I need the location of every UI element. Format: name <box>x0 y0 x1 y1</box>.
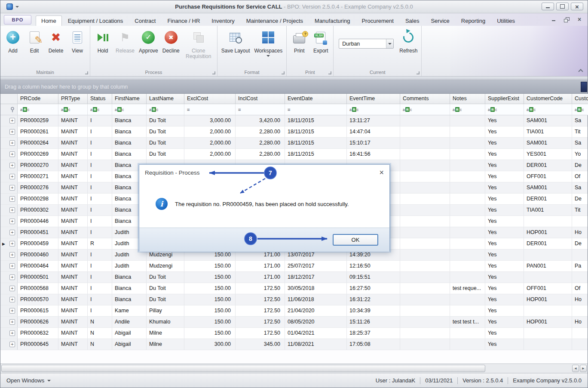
expand-row-icon[interactable]: + <box>9 185 15 191</box>
table-row-PR0000626[interactable]: +PR0000626MAINTNAndileKhumalo150.00172.5… <box>0 317 588 328</box>
cell-customername[interactable]: De <box>572 194 588 204</box>
cell-customercode[interactable]: SAM001 <box>524 115 572 126</box>
tab-procurement[interactable]: Procurement <box>356 15 399 26</box>
release-button[interactable]: Release <box>113 26 137 54</box>
cell-prtype[interactable]: MAINT <box>58 149 88 160</box>
cell-firstname[interactable]: Bianca <box>112 272 147 283</box>
cell-comments[interactable] <box>400 305 450 316</box>
filter-cell-customername[interactable]: aBc <box>572 104 588 115</box>
cell-supplierexist[interactable]: Yes <box>485 317 524 327</box>
cell-status[interactable]: I <box>88 160 112 171</box>
cell-prcode[interactable]: PR0000570 <box>18 294 58 305</box>
cell-comments[interactable] <box>400 160 450 171</box>
cell-notes[interactable] <box>450 261 485 271</box>
cell-inclcost[interactable]: 172.50 <box>236 317 285 327</box>
cell-exclcost[interactable]: 150.00 <box>184 294 236 305</box>
cell-supplierexist[interactable]: Yes <box>485 272 524 283</box>
cell-comments[interactable] <box>400 138 450 148</box>
cell-eventdate[interactable]: 01/04/2021 <box>285 328 347 339</box>
cell-firstname[interactable]: Bianca <box>112 294 147 305</box>
column-header-notes[interactable]: Notes <box>450 94 485 104</box>
cell-customercode[interactable] <box>524 339 572 350</box>
cell-customercode[interactable] <box>524 272 572 283</box>
cell-inclcost[interactable]: 172.50 <box>236 294 285 305</box>
filter-cell-inclcost[interactable]: = <box>236 104 285 115</box>
expand-row-icon[interactable]: + <box>9 286 15 291</box>
cell-status[interactable]: I <box>88 138 112 148</box>
cell-comments[interactable] <box>400 272 450 283</box>
dialog-close-icon[interactable]: × <box>379 169 384 176</box>
cell-comments[interactable] <box>400 317 450 327</box>
cell-prcode[interactable]: PR0000302 <box>18 205 58 216</box>
expand-row-icon[interactable]: + <box>9 174 15 179</box>
cell-notes[interactable] <box>450 216 485 227</box>
cell-eventtime[interactable]: 14:47:04 <box>347 126 400 137</box>
expand-row-icon[interactable]: + <box>9 207 15 213</box>
cell-prtype[interactable]: MAINT <box>58 283 88 294</box>
tab-utilities[interactable]: Utilities <box>491 15 521 26</box>
column-header-comments[interactable]: Comments <box>400 94 450 104</box>
cell-inclcost[interactable]: 2,280.00 <box>236 126 285 137</box>
filter-cell-status[interactable]: aBc <box>88 104 112 115</box>
cell-prcode[interactable]: PR0000568 <box>18 283 58 294</box>
view-button[interactable]: View <box>67 26 88 54</box>
cell-prcode[interactable]: PR0000276 <box>18 182 58 193</box>
cell-supplierexist[interactable]: Yes <box>485 227 524 238</box>
column-header-customercode[interactable]: CustomerCode <box>524 94 572 104</box>
cell-exclcost[interactable]: 2,000.00 <box>184 149 236 160</box>
cell-notes[interactable]: test test t... <box>450 317 485 327</box>
cell-notes[interactable] <box>450 160 485 171</box>
cell-exclcost[interactable]: 150.00 <box>184 272 236 283</box>
cell-customername[interactable] <box>572 272 588 283</box>
cell-lastname[interactable]: Mudzengi <box>147 261 184 271</box>
cell-comments[interactable] <box>400 194 450 204</box>
expand-row-icon[interactable]: + <box>9 151 15 157</box>
cell-supplierexist[interactable]: Yes <box>485 115 524 126</box>
cell-prcode[interactable]: PR0000645 <box>18 339 58 350</box>
filter-cell-customercode[interactable]: aBc <box>524 104 572 115</box>
cell-eventtime[interactable]: 15:10:17 <box>347 138 400 148</box>
expand-row-icon[interactable]: + <box>9 196 15 202</box>
cell-notes[interactable] <box>450 238 485 249</box>
cell-customercode[interactable]: OFF001 <box>524 171 572 182</box>
column-header-eventdate[interactable]: EventDate <box>285 94 347 104</box>
tab-finance-hr[interactable]: Finance / HR <box>162 15 205 26</box>
cell-prtype[interactable]: MAINT <box>58 294 88 305</box>
cell-status[interactable]: I <box>88 227 112 238</box>
cell-status[interactable]: N <box>88 339 112 350</box>
cell-supplierexist[interactable]: Yes <box>485 249 524 260</box>
cell-prtype[interactable]: MAINT <box>58 160 88 171</box>
table-row-PR0000464[interactable]: +PR0000464MAINTIJudithMudzengi150.00171.… <box>0 261 588 272</box>
cell-prtype[interactable]: MAINT <box>58 205 88 216</box>
expand-row-icon[interactable]: + <box>9 274 15 280</box>
cell-prcode[interactable]: PR0000451 <box>18 227 58 238</box>
cell-eventdate[interactable]: 11/08/2021 <box>285 339 347 350</box>
cell-comments[interactable] <box>400 249 450 260</box>
tab-manufacturing[interactable]: Manufacturing <box>309 15 355 26</box>
cell-customername[interactable]: Sa <box>572 138 588 148</box>
cell-eventtime[interactable]: 10:34:39 <box>347 305 400 316</box>
column-header-firstname[interactable]: FirstName <box>112 94 147 104</box>
cell-prtype[interactable]: MAINT <box>58 328 88 339</box>
minimize-button[interactable] <box>542 3 554 10</box>
cell-eventdate[interactable]: 25/07/2017 <box>285 261 347 271</box>
cell-lastname[interactable]: Du Toit <box>147 149 184 160</box>
column-header-exclcost[interactable]: ExclCost <box>184 94 236 104</box>
cell-prcode[interactable]: PR0000464 <box>18 261 58 271</box>
cell-firstname[interactable]: Bianca <box>112 283 147 294</box>
cell-eventtime[interactable]: 16:31:22 <box>347 294 400 305</box>
clone-requisition-button[interactable]: Clone Requisition <box>182 26 215 59</box>
save-layout-button[interactable]: Save Layout <box>219 26 252 54</box>
column-header-prtype[interactable]: PRType <box>58 94 88 104</box>
format-dialog-launcher-icon[interactable] <box>282 71 285 74</box>
cell-prtype[interactable]: MAINT <box>58 249 88 260</box>
print-button[interactable]: ? Print <box>288 26 310 54</box>
cell-exclcost[interactable]: 150.00 <box>184 317 236 327</box>
cell-supplierexist[interactable]: Yes <box>485 194 524 204</box>
filter-cell-comments[interactable]: aBc <box>400 104 450 115</box>
cell-inclcost[interactable]: 171.00 <box>236 261 285 271</box>
cell-eventdate[interactable]: 30/05/2018 <box>285 283 347 294</box>
horizontal-scrollbar[interactable]: ◄ ► <box>0 363 588 373</box>
current-dialog-launcher-icon[interactable] <box>416 71 420 74</box>
cell-exclcost[interactable]: 300.00 <box>184 339 236 350</box>
